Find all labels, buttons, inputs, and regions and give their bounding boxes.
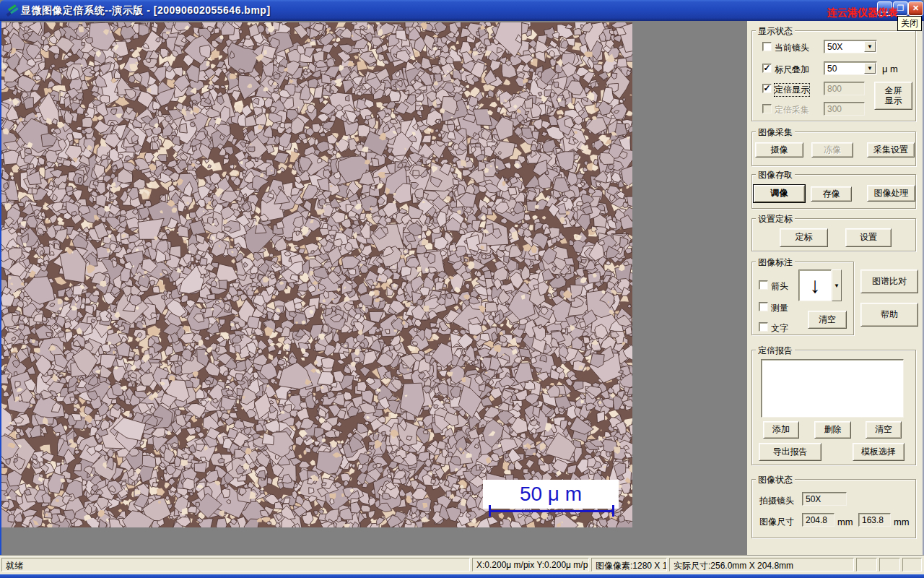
fixed-display-label: 定倍显示 [775, 84, 809, 96]
freeze-button: 冻像 [811, 142, 853, 158]
current-lens-label: 当前镜头 [775, 42, 809, 54]
capture-settings-button[interactable]: 采集设置 [867, 142, 915, 158]
scale-bar-tick-left [489, 505, 491, 517]
ruler-unit-label: μ m [882, 64, 898, 74]
status-actual-size: 实际尺寸:256.0mm X 204.8mm [669, 558, 854, 571]
report-delete-button[interactable]: 删除 [814, 421, 851, 439]
measure-checkbox-label: 测量 [771, 302, 788, 314]
current-lens-checkbox[interactable] [762, 42, 772, 51]
report-add-button[interactable]: 添加 [763, 421, 799, 439]
annotation-clear-button[interactable]: 清空 [808, 311, 847, 329]
fixed-capture-input: 300 [824, 102, 865, 116]
group-annotation-legend: 图像标注 [756, 256, 795, 269]
image-width-unit: mm [837, 517, 853, 527]
status-ready: 就绪 [1, 558, 470, 571]
status-empty-3 [902, 558, 922, 571]
micrograph-image [1, 22, 632, 527]
image-size-label: 图像尺寸 [759, 516, 794, 528]
arrow-checkbox[interactable] [759, 280, 768, 290]
vendor-overlay-text: 连云港仪器仪表 [827, 7, 898, 20]
ruler-dropdown-icon[interactable]: ▼ [864, 63, 876, 74]
image-height-field: 163.8 [858, 513, 891, 527]
group-calibration-legend: 设置定标 [756, 213, 795, 225]
close-button[interactable]: ✕ [908, 1, 923, 16]
fixed-display-checkbox[interactable]: ✓ [762, 84, 772, 93]
fixed-display-input: 800 [824, 82, 865, 95]
atlas-compare-button[interactable]: 图谱比对 [860, 269, 918, 293]
micrograph-viewer: 50 μ m [1, 22, 632, 527]
group-image-status: 图像状态 [751, 479, 916, 538]
window-title: 显微图像定倍系统--演示版 - [20090602055646.bmp] [21, 4, 271, 17]
status-empty-1 [856, 558, 877, 571]
report-clear-button[interactable]: 清空 [866, 421, 902, 439]
fixed-capture-label: 定倍采集 [775, 104, 809, 116]
scale-bar-line [489, 510, 614, 512]
application-window: { "window": { "title": "显微图像定倍系统--演示版 - … [0, 0, 924, 578]
scale-bar-tick-right [612, 505, 614, 517]
ruler-value-combobox[interactable]: 50 ▼ [824, 61, 877, 75]
image-process-button[interactable]: 图像处理 [867, 185, 915, 202]
lens-field-label: 拍摄镜头 [759, 495, 794, 507]
close-tooltip: 关闭 [897, 16, 922, 31]
current-lens-dropdown-icon[interactable]: ▼ [864, 41, 876, 52]
shoot-button[interactable]: 摄像 [755, 142, 803, 158]
load-image-button[interactable]: 调像 [754, 185, 805, 202]
report-listbox[interactable] [761, 359, 904, 418]
text-checkbox[interactable] [759, 322, 768, 332]
fullscreen-button[interactable]: 全屏 显示 [874, 82, 912, 110]
scale-bar-label-box: 50 μ m [483, 480, 619, 509]
ruler-overlay-checkbox[interactable]: ✓ [762, 64, 772, 73]
arrow-style-preview[interactable]: ↓ [798, 269, 832, 301]
fullscreen-button-label: 全屏 显示 [885, 86, 902, 106]
arrow-glyph-icon: ↓ [810, 273, 821, 298]
group-capture-legend: 图像采集 [756, 126, 795, 139]
fixed-capture-checkbox [762, 104, 772, 113]
help-button[interactable]: 帮助 [860, 303, 918, 327]
ruler-overlay-label: 标尺叠加 [775, 64, 809, 76]
lens-field: 50X [802, 492, 847, 506]
status-empty-2 [879, 558, 900, 571]
title-bar: 显微图像定倍系统--演示版 - [20090602055646.bmp] ▁ ❐… [0, 0, 924, 21]
calibration-set-button[interactable]: 设置 [845, 228, 892, 247]
current-lens-value: 50X [827, 42, 842, 52]
group-display-status-legend: 显示状态 [756, 25, 795, 38]
image-width-field: 204.8 [802, 513, 834, 527]
save-image-button[interactable]: 存像 [811, 186, 852, 202]
group-image-status-legend: 图像状态 [756, 474, 795, 486]
status-image-pixels: 图像像素:1280 X 1024 [591, 558, 667, 571]
calibrate-button[interactable]: 定标 [780, 228, 828, 247]
arrow-checkbox-label: 箭头 [771, 280, 788, 293]
ruler-value: 50 [827, 64, 837, 74]
status-pixel-scale: X:0.200μ m/pix Y:0.200μ m/pix [472, 558, 589, 571]
group-storage-legend: 图像存取 [756, 169, 795, 181]
image-height-unit: mm [894, 517, 910, 527]
app-icon [5, 4, 19, 17]
measure-checkbox[interactable] [759, 302, 768, 311]
current-lens-combobox[interactable]: 50X ▼ [824, 40, 877, 53]
arrow-style-dropdown-icon[interactable]: ▼ [832, 269, 842, 301]
text-checkbox-label: 文字 [771, 322, 788, 335]
scale-bar-label: 50 μ m [520, 483, 582, 506]
template-select-button[interactable]: 模板选择 [853, 443, 905, 461]
export-report-button[interactable]: 导出报告 [759, 443, 821, 461]
group-report-legend: 定倍报告 [756, 345, 795, 357]
